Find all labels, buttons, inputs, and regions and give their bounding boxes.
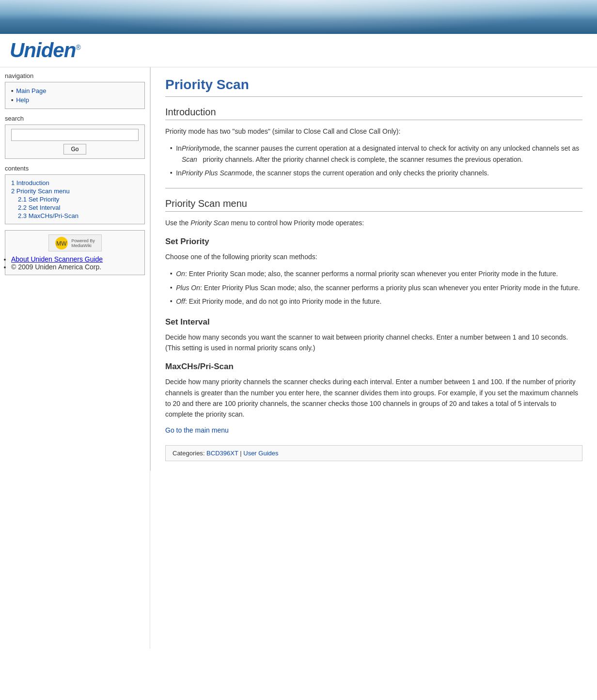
contents-link-intro[interactable]: 1 Introduction: [11, 179, 139, 187]
set-priority-bullet-2-rest: : Enter Priority Plus Scan mode; also, t…: [200, 282, 580, 293]
powered-by: MW Powered ByMediaWiki: [11, 234, 139, 251]
set-priority-bullet-1-rest: : Enter Priority Scan mode; also, the sc…: [185, 268, 558, 279]
set-priority-bullet-3-italic: Off: [176, 296, 185, 307]
contents-link-maxchs[interactable]: 2.3 MaxCHs/Pri-Scan: [18, 212, 139, 220]
set-priority-heading: Set Priority: [165, 237, 582, 247]
search-box: Go: [5, 124, 145, 159]
priority-scan-menu-heading: Priority Scan menu: [165, 198, 582, 212]
intro-bullets: In Priority Scan mode, the scanner pause…: [165, 141, 582, 180]
go-to-main-menu-paragraph: Go to the main menu: [165, 425, 582, 436]
introduction-heading: Introduction: [165, 107, 582, 120]
intro-text: Priority mode has two "sub modes" (simil…: [165, 126, 582, 137]
contents-sub: 2.1 Set Priority 2.2 Set Interval 2.3 Ma…: [11, 195, 139, 220]
footer-copyright: © 2009 Uniden America Corp.: [11, 263, 101, 271]
footer-item-about: About Uniden Scanners Guide: [11, 255, 139, 263]
footer-link-about[interactable]: About Uniden Scanners Guide: [11, 255, 103, 263]
intro-bullet-1-rest: mode, the scanner pauses the current ope…: [203, 143, 582, 165]
intro-bullet-1-italic: Priority Scan: [182, 143, 203, 165]
contents-link-menu[interactable]: 2 Priority Scan menu: [11, 187, 139, 195]
category-link-user-guides[interactable]: User Guides: [243, 450, 278, 457]
contents-link-set-priority[interactable]: 2.1 Set Priority: [18, 195, 139, 203]
go-to-main-menu-link[interactable]: Go to the main menu: [165, 426, 229, 434]
set-interval-heading: Set Interval: [165, 317, 582, 327]
priority-scan-menu-suffix: menu to control how Priority mode operat…: [229, 219, 364, 227]
nav-item-main: Main Page: [11, 86, 139, 95]
site-logo: Uniden®: [10, 39, 80, 62]
sidebar: navigation Main Page Help search Go cont…: [0, 67, 150, 649]
page-title: Priority Scan: [165, 77, 582, 97]
nav-item-help: Help: [11, 95, 139, 105]
set-interval-text: Decide how many seconds you want the sca…: [165, 332, 582, 354]
contents-box: 1 Introduction 2 Priority Scan menu 2.1 …: [5, 174, 145, 224]
set-priority-bullet-3-rest: : Exit Priority mode, and do not go into…: [185, 296, 381, 307]
set-priority-bullet-1-italic: On: [176, 268, 185, 279]
set-priority-bullets: On: Enter Priority Scan mode; also, the …: [165, 267, 582, 308]
page-layout: navigation Main Page Help search Go cont…: [0, 67, 597, 649]
main-content: Priority Scan Introduction Priority mode…: [150, 67, 597, 471]
priority-scan-menu-italic: Priority Scan: [190, 219, 229, 227]
sidebar-footer-box: MW Powered ByMediaWiki About Uniden Scan…: [5, 230, 145, 275]
search-title: search: [5, 115, 145, 122]
contents-title: contents: [5, 165, 145, 172]
section-divider-1: [165, 188, 582, 188]
priority-scan-menu-prefix: Use the: [165, 219, 190, 227]
priority-scan-menu-text: Use the Priority Scan menu to control ho…: [165, 218, 582, 228]
footer-links-list: About Uniden Scanners Guide © 2009 Unide…: [11, 255, 139, 271]
intro-bullet-2-rest: mode, the scanner stops the current oper…: [235, 168, 489, 178]
powered-by-text: Powered ByMediaWiki: [71, 238, 95, 248]
nav-link-main-page[interactable]: Main Page: [16, 87, 46, 94]
search-button[interactable]: Go: [63, 144, 86, 155]
footer-item-copyright: © 2009 Uniden America Corp.: [11, 263, 139, 271]
intro-bullet-2: In Priority Plus Scan mode, the scanner …: [170, 166, 582, 180]
categories-box: Categories: BCD396XT | User Guides: [165, 445, 582, 461]
categories-label: Categories: [173, 450, 203, 457]
navigation-box: Main Page Help: [5, 82, 145, 109]
set-priority-bullet-2-italic: Plus On: [176, 282, 200, 293]
logo-bar: Uniden®: [0, 34, 597, 67]
set-priority-bullet-2: Plus On: Enter Priority Plus Scan mode; …: [170, 281, 582, 295]
maxchs-heading: MaxCHs/Pri-Scan: [165, 362, 582, 372]
nav-link-help[interactable]: Help: [16, 96, 29, 104]
search-input[interactable]: [11, 129, 139, 141]
set-priority-bullet-1: On: Enter Priority Scan mode; also, the …: [170, 267, 582, 280]
intro-bullet-2-italic: Priority Plus Scan: [182, 168, 235, 178]
header-banner: [0, 0, 597, 34]
mediawiki-icon: MW: [55, 236, 68, 250]
maxchs-text: Decide how many priority channels the sc…: [165, 376, 582, 420]
navigation-list: Main Page Help: [11, 86, 139, 105]
navigation-title: navigation: [5, 72, 145, 79]
category-link-bcd396xt[interactable]: BCD396XT: [206, 450, 238, 457]
mediawiki-badge: MW Powered ByMediaWiki: [48, 234, 102, 251]
svg-text:MW: MW: [57, 240, 67, 247]
intro-bullet-1: In Priority Scan mode, the scanner pause…: [170, 141, 582, 166]
contents-link-set-interval[interactable]: 2.2 Set Interval: [18, 203, 139, 212]
set-priority-bullet-3: Off: Exit Priority mode, and do not go i…: [170, 295, 582, 308]
set-priority-text: Choose one of the following priority sca…: [165, 251, 582, 262]
